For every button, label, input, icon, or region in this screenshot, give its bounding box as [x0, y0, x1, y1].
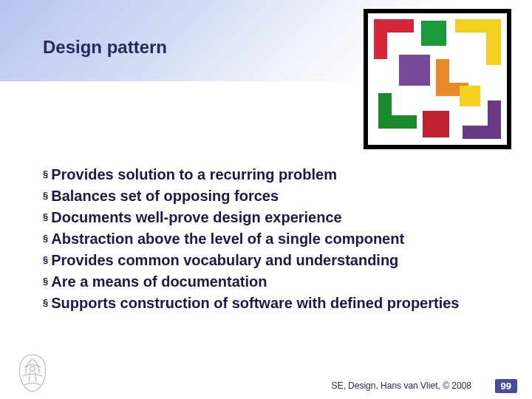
list-item: § Documents well-prove design experience: [43, 208, 502, 228]
bullet-text: Supports construction of software with d…: [51, 293, 459, 313]
list-item: § Supports construction of software with…: [43, 293, 502, 313]
bullet-icon: §: [43, 275, 48, 288]
bullet-list: § Provides solution to a recurring probl…: [43, 165, 502, 315]
bullet-text: Are a means of documentation: [51, 272, 267, 292]
bullet-text: Documents well-prove design experience: [51, 208, 341, 228]
bullet-text: Balances set of opposing forces: [51, 186, 279, 206]
footer-citation: SE, Design, Hans van Vliet, © 2008: [331, 381, 471, 391]
svg-point-0: [30, 366, 35, 371]
bullet-icon: §: [43, 211, 48, 224]
page-number: 99: [495, 379, 517, 393]
list-item: § Provides solution to a recurring probl…: [43, 165, 502, 185]
slide-title: Design pattern: [43, 37, 167, 58]
decorative-pattern-graphic: [364, 9, 511, 149]
bullet-text: Provides solution to a recurring problem: [51, 165, 337, 185]
list-item: § Balances set of opposing forces: [43, 186, 502, 206]
bullet-text: Abstraction above the level of a single …: [51, 229, 404, 249]
list-item: § Abstraction above the level of a singl…: [43, 229, 502, 249]
bullet-icon: §: [43, 296, 48, 310]
bullet-icon: §: [43, 232, 48, 245]
publisher-logo-icon: [13, 352, 52, 395]
list-item: § Provides common vocabulary and underst…: [43, 250, 502, 270]
bullet-icon: §: [43, 168, 48, 181]
bullet-icon: §: [43, 189, 48, 202]
list-item: § Are a means of documentation: [43, 272, 502, 292]
bullet-text: Provides common vocabulary and understan…: [51, 250, 398, 270]
bullet-icon: §: [43, 253, 48, 267]
